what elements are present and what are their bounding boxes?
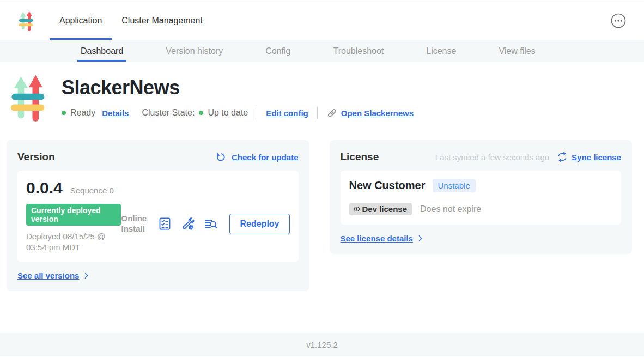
subtab-troubleshoot-label: Troubleshoot [333, 46, 384, 56]
version-card-title: Version [17, 151, 55, 163]
subtab-license[interactable]: License [425, 40, 457, 62]
subtab-troubleshoot[interactable]: Troubleshoot [332, 40, 385, 62]
divider [257, 107, 257, 119]
chevron-right-icon [416, 234, 424, 243]
install-type-label: Online Install [121, 214, 149, 234]
see-license-details[interactable]: See license details [341, 234, 622, 243]
subtab-dashboard-label: Dashboard [81, 46, 123, 56]
deployed-timestamp: Deployed 08/15/25 @ 03:54 pm MDT [26, 231, 121, 252]
license-card-title: License [341, 151, 379, 163]
see-license-details-link: See license details [341, 234, 413, 243]
chain-link-icon [326, 107, 338, 119]
refresh-icon [215, 151, 227, 163]
open-app-link-label: Open Slackernews [341, 108, 414, 118]
license-type-badge-label: Dev license [362, 204, 408, 214]
top-navigation: Application Cluster Management [0, 1, 644, 40]
license-type-badge: Dev license [349, 203, 412, 215]
channel-badge: Unstable [433, 179, 476, 192]
subtab-view-files[interactable]: View files [497, 40, 536, 62]
console-footer: v1.125.2 [0, 333, 644, 356]
tab-application[interactable]: Application [50, 1, 112, 40]
deploy-logs-icon[interactable] [203, 216, 218, 231]
dashboard-cards: Version Check for update 0.0.4 Sequence … [0, 122, 644, 291]
check-for-update-link: Check for update [232, 153, 299, 162]
subtab-config[interactable]: Config [264, 40, 291, 62]
app-status-dot-icon [62, 111, 66, 115]
subtab-dashboard[interactable]: Dashboard [80, 40, 124, 62]
status-details-link[interactable]: Details [102, 108, 129, 118]
redeploy-button[interactable]: Redeploy [229, 214, 289, 234]
chevron-right-icon [82, 271, 90, 280]
subtab-license-label: License [426, 46, 456, 56]
version-card: Version Check for update 0.0.4 Sequence … [7, 140, 309, 291]
page-title: SlackerNews [62, 76, 414, 99]
cluster-state-dot-icon [199, 111, 203, 115]
top-nav-actions [610, 1, 644, 40]
sync-license[interactable]: Sync license [557, 152, 621, 162]
license-detail-panel: New Customer Unstable Dev license Does n… [341, 171, 622, 225]
app-logo-icon [9, 73, 46, 122]
subtab-version-history[interactable]: Version history [165, 40, 224, 62]
see-all-versions-link: See all versions [17, 271, 79, 280]
check-for-update[interactable]: Check for update [215, 151, 299, 163]
sync-license-link: Sync license [572, 153, 621, 162]
license-expiry: Does not expire [420, 204, 481, 214]
subtab-version-history-label: Version history [166, 46, 223, 56]
see-all-versions[interactable]: See all versions [17, 271, 299, 280]
tab-cluster-management-label: Cluster Management [121, 16, 203, 26]
subtab-view-files-label: View files [499, 46, 535, 56]
last-synced-label: Last synced a few seconds ago [435, 153, 549, 162]
brand-logo-icon[interactable] [18, 10, 34, 31]
version-actions: Online Install [121, 179, 289, 252]
app-status-label: Ready [70, 108, 95, 118]
preflight-checklist-icon[interactable] [157, 216, 172, 231]
subtab-config-label: Config [265, 46, 290, 56]
tab-application-label: Application [59, 16, 102, 26]
customer-name: New Customer [349, 179, 426, 192]
ellipsis-menu-icon[interactable] [610, 13, 627, 29]
sync-arrows-icon [557, 152, 568, 162]
license-card: License Last synced a few seconds ago Sy… [330, 140, 633, 254]
code-icon [352, 204, 361, 214]
cluster-state-value: Up to date [208, 108, 248, 118]
sequence-label: Sequence 0 [70, 186, 114, 195]
app-header: SlackerNews Ready Details Cluster State:… [0, 73, 644, 122]
cluster-state-label: Cluster State: [142, 108, 195, 118]
divider [317, 107, 318, 119]
edit-config-link[interactable]: Edit config [266, 108, 308, 118]
version-number: 0.0.4 [26, 179, 63, 197]
current-version-panel: 0.0.4 Sequence 0 Currently deployed vers… [17, 171, 299, 262]
deployed-status-badge: Currently deployed version [26, 204, 121, 226]
main-content: SlackerNews Ready Details Cluster State:… [0, 62, 644, 333]
console-version-label: v1.125.2 [306, 340, 338, 349]
version-info: 0.0.4 Sequence 0 Currently deployed vers… [26, 179, 121, 252]
config-wrench-icon[interactable] [180, 216, 195, 231]
open-app-link[interactable]: Open Slackernews [326, 107, 414, 119]
app-sub-navigation: Dashboard Version history Config Trouble… [0, 40, 644, 62]
tab-cluster-management[interactable]: Cluster Management [112, 1, 212, 40]
app-status-row: Ready Details Cluster State: Up to date … [62, 107, 414, 119]
